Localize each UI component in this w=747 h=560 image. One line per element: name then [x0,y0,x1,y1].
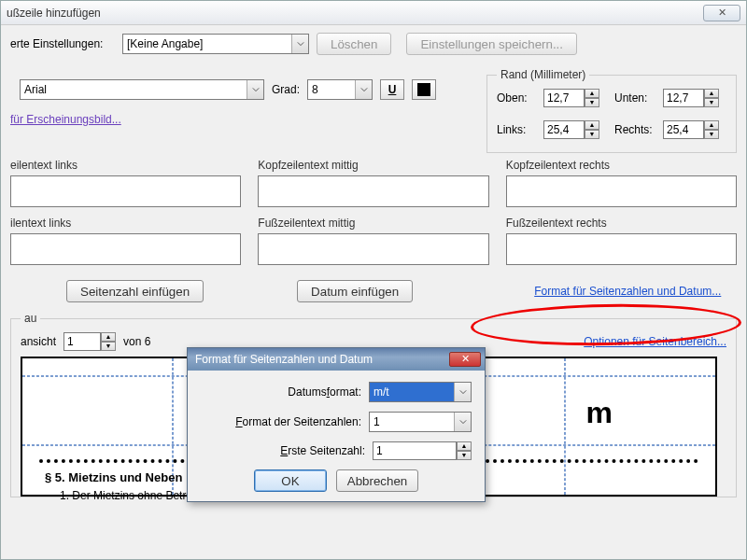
chevron-down-icon[interactable] [355,80,372,99]
delete-button: Löschen [317,33,391,55]
footer-center-label: Fußzeilentext mittig [258,217,488,230]
margin-bottom-input[interactable]: ▲▼ [663,89,719,107]
header-left-input[interactable] [10,175,241,207]
insert-page-number-button[interactable]: Seitenzahl einfügen [66,280,204,302]
margin-left-label: Links: [497,123,536,136]
close-icon[interactable]: ✕ [703,5,740,21]
footer-right-input[interactable] [506,233,737,265]
preview-page-of: von 6 [123,335,150,348]
header-left-label: eilentext links [10,159,241,172]
underline-button[interactable]: U [380,79,404,100]
header-center-label: Kopfzeilentext mittig [258,159,488,172]
page-range-options-link[interactable]: Optionen für Seitenbereich... [584,335,726,348]
font-size-value: 8 [312,83,318,96]
titlebar: ußzeile hinzufügen ✕ [1,1,746,25]
first-page-input[interactable]: ▲▼ [373,441,472,460]
font-name: Arial [24,83,47,96]
pagenum-format-label: Format der Seitenzahlen: [201,415,361,428]
margin-top-label: Oben: [497,91,536,105]
ok-button[interactable]: OK [254,469,327,492]
margins-legend: Rand (Millimeter) [497,68,589,81]
date-format-combo[interactable]: m/t [369,382,472,402]
preview-page-input[interactable]: ▲▼ [63,332,116,351]
first-page-label: Erste Seitenzahl: [201,444,365,457]
modal-titlebar: Format für Seitenzahlen und Datum ✕ [188,348,485,371]
preview-page-label: ansicht [21,335,56,348]
saved-settings-combo[interactable]: [Keine Angabe] [122,34,309,54]
chevron-down-icon[interactable] [454,413,471,431]
header-right-input[interactable] [506,175,737,207]
margin-bottom-label: Unten: [614,91,655,105]
chevron-down-icon[interactable] [247,80,263,99]
font-size-label: Grad: [272,83,300,96]
chevron-down-icon[interactable] [454,383,471,401]
date-format-label: Datumsformat: [201,385,361,399]
margins-group: Rand (Millimeter) Oben: ▲▼ Unten: ▲▼ Lin… [486,68,737,153]
footer-right-label: Fußzeilentext rechts [506,217,737,230]
footer-left-input[interactable] [10,233,241,265]
font-color-button[interactable] [412,79,436,100]
modal-title: Format für Seitenzahlen und Datum [195,353,373,366]
insert-date-button[interactable]: Datum einfügen [297,280,413,302]
preview-glyph: m [586,396,613,430]
appearance-link[interactable]: für Erscheinungsbild... [10,113,121,126]
save-settings-button: Einstellungen speichern... [406,33,577,55]
margin-right-label: Rechts: [614,123,655,136]
saved-settings-label: erte Einstellungen: [10,37,115,50]
font-size-combo[interactable]: 8 [307,79,373,100]
footer-center-input[interactable] [258,233,488,265]
saved-settings-value: [Keine Angabe] [127,37,203,50]
chevron-down-icon[interactable] [291,35,308,53]
header-right-label: Kopfzeilentext rechts [506,159,737,172]
page-date-format-link[interactable]: Format für Seitenzahlen und Datum... [534,285,721,298]
modal-close-icon[interactable]: ✕ [449,352,481,367]
margin-left-input[interactable]: ▲▼ [543,120,599,139]
preview-doc-heading: § 5. Mietzins und Neben [45,470,182,484]
cancel-button[interactable]: Abbrechen [336,469,418,492]
page-date-format-dialog: Format für Seitenzahlen und Datum ✕ Datu… [187,347,486,502]
header-center-input[interactable] [258,175,488,207]
pagenum-format-combo[interactable]: 1 [369,412,472,432]
preview-legend: au [21,312,40,325]
pagenum-format-value: 1 [374,415,380,428]
date-format-value: m/t [374,385,389,399]
margin-top-input[interactable]: ▲▼ [543,89,599,107]
margin-right-input[interactable]: ▲▼ [663,120,719,139]
footer-left-label: ilentext links [10,217,241,230]
font-combo[interactable]: Arial [20,79,264,100]
window-title: ußzeile hinzufügen [7,7,101,20]
